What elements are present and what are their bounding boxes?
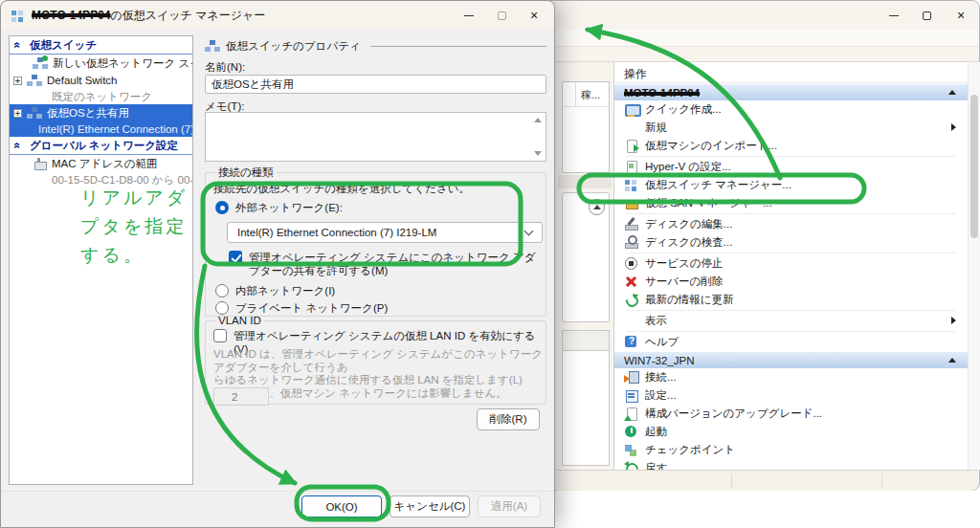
tree-item-new-switch[interactable]: 新しい仮想ネットワーク スイッチ <box>10 55 192 72</box>
action-label: 仮想スイッチ マネージャー... <box>645 178 791 192</box>
virtual-switch-manager-icon <box>11 9 25 23</box>
maximize-button[interactable] <box>912 5 941 26</box>
tree-item-label: 新しい仮想ネットワーク スイッチ <box>53 56 193 71</box>
edit-disk-icon <box>624 217 638 231</box>
action-label: 戻す <box>645 461 667 470</box>
tree-item-mac-range[interactable]: MAC アドレスの範囲 <box>10 155 192 172</box>
switch-tree: 仮想スイッチ 新しい仮想ネットワーク スイッチ Default Switch 既… <box>9 35 193 485</box>
details-pane-header <box>562 330 610 351</box>
internal-network-label: 内部ネットワーク(I) <box>235 284 335 298</box>
action-label: サーバーの削除 <box>645 275 723 289</box>
action-quick-create[interactable]: クイック作成... <box>614 100 968 119</box>
action-revert[interactable]: 戻す <box>614 459 968 470</box>
minimize-button[interactable] <box>455 5 483 26</box>
tree-item-default-switch[interactable]: Default Switch <box>10 72 192 89</box>
action-virtual-switch-manager[interactable]: 仮想スイッチ マネージャー... <box>614 176 968 194</box>
action-label: 新規 <box>645 121 667 135</box>
vm-name: WIN7-32_JPN <box>624 355 695 366</box>
action-view[interactable]: 表示 <box>614 312 968 330</box>
action-stop-service[interactable]: サービスの停止 <box>614 254 968 273</box>
double-chevron-icon <box>13 139 25 152</box>
internal-network-option[interactable]: 内部ネットワーク(I) <box>215 284 335 298</box>
host-section-header[interactable]: MOTO-14PP04 <box>614 84 968 100</box>
action-refresh[interactable]: 最新の情報に更新 <box>614 291 968 309</box>
help-icon <box>624 335 638 349</box>
action-help[interactable]: ヘルプ <box>614 333 968 351</box>
external-network-label: 外部ネットワーク(E): <box>235 201 343 215</box>
close-button[interactable]: × <box>947 5 975 26</box>
scroll-up-icon[interactable] <box>534 118 542 122</box>
radio-icon[interactable] <box>215 284 229 297</box>
checkbox-checked-icon[interactable] <box>229 251 242 264</box>
action-label: 表示 <box>645 314 667 328</box>
name-input[interactable] <box>205 75 546 94</box>
action-checkpoint[interactable]: チェックポイント <box>614 441 968 459</box>
dialog-title: MOTO-14PP04の仮想スイッチ マネージャー <box>32 8 265 24</box>
refresh-icon <box>624 293 638 307</box>
action-connect[interactable]: 接続... <box>614 368 968 386</box>
share-adapter-option[interactable]: 管理オペレーティング システムにこのネットワーク アダプターの共有を許可する(M… <box>229 251 537 277</box>
import-vm-icon <box>624 139 638 153</box>
action-import-vm[interactable]: 仮想マシンのインポート... <box>614 137 968 155</box>
expander-icon[interactable] <box>13 109 22 118</box>
memo-textarea[interactable] <box>205 112 546 162</box>
tree-item-label: Default Switch <box>47 75 118 86</box>
maximize-icon <box>923 11 931 20</box>
scrollbar-thumb[interactable] <box>970 95 978 238</box>
radio-selected-icon[interactable] <box>215 201 229 214</box>
action-edit-disk[interactable]: ディスクの編集... <box>614 215 968 233</box>
cancel-button[interactable]: キャンセル(C) <box>390 495 470 517</box>
action-new[interactable]: 新規 <box>614 119 968 137</box>
vlan-description-line: VLAN ID は、管理オペレーティング システムがこのネットワーク アダプター… <box>213 348 546 374</box>
tree-subitem-label: Intel(R) Ethernet Connection (7) I... <box>38 123 193 135</box>
vlan-id-group: VLAN ID 管理オペレーティング システムの仮想 LAN ID を有効にする… <box>205 315 546 405</box>
remove-button[interactable]: 削除(R) <box>477 408 540 430</box>
action-hyperv-settings[interactable]: Hyper-V の設定... <box>614 158 968 176</box>
dialog-footer: OK(O) キャンセル(C) 適用(A) <box>1 491 554 528</box>
action-remove-server[interactable]: サーバーの削除 <box>614 273 968 291</box>
name-label: 名前(N): <box>205 60 245 75</box>
vm-section-header[interactable]: WIN7-32_JPN <box>614 352 968 368</box>
tree-subitem-mac-range-value: 00-15-5D-C1-D8-00 から 00-15-5D... <box>10 172 192 187</box>
section-label: 仮想スイッチ <box>30 38 97 53</box>
chevron-up-icon <box>593 205 601 209</box>
action-inspect-disk[interactable]: ディスクの検査... <box>614 233 968 252</box>
switch-icon <box>27 106 42 121</box>
selected-switch-row[interactable]: 仮想OSと共有用 <box>10 104 192 121</box>
connection-hint: 接続先の仮想スイッチの種類を選択してください。 <box>213 182 470 196</box>
actions-pane: 操作 MOTO-14PP04 クイック作成... 新規 仮想マシンのインポート.… <box>613 62 968 470</box>
external-network-option[interactable]: 外部ネットワーク(E): <box>215 201 343 215</box>
collapse-section-icon <box>948 358 956 363</box>
adapter-value: Intel(R) Ethernet Connection (7) I219-LM <box>237 227 436 238</box>
collapse-pane-button[interactable] <box>589 199 605 215</box>
actions-scrollbar[interactable] <box>968 62 980 470</box>
tree-item-label: 仮想OSと共有用 <box>47 106 129 121</box>
action-start[interactable]: 起動 <box>614 423 968 441</box>
radio-icon[interactable] <box>215 301 229 315</box>
minimize-button[interactable] <box>880 5 908 26</box>
divider <box>626 253 956 253</box>
action-virtual-san-manager[interactable]: 仮想 SAN マネージャー... <box>614 194 968 212</box>
private-network-option[interactable]: プライベート ネットワーク(P) <box>215 301 388 316</box>
close-button[interactable]: × <box>520 5 548 26</box>
adapter-dropdown[interactable]: Intel(R) Ethernet Connection (7) I219-LM <box>227 222 543 243</box>
scroll-down-icon[interactable] <box>534 151 542 156</box>
tree-subitem-default-network: 既定のネットワーク <box>10 89 192 104</box>
expander-icon[interactable] <box>13 77 22 85</box>
dialog-titlebar: MOTO-14PP04の仮想スイッチ マネージャー × <box>1 1 554 30</box>
action-label: Hyper-V の設定... <box>645 160 731 174</box>
spacer-icon <box>624 314 638 328</box>
tree-item-selected-switch[interactable]: 仮想OSと共有用 Intel(R) Ethernet Connection (7… <box>10 104 192 137</box>
ok-button[interactable]: OK(O) <box>301 495 382 517</box>
maximize-icon <box>498 11 506 20</box>
checkbox-icon[interactable] <box>213 329 227 342</box>
submenu-arrow-icon <box>951 317 956 324</box>
tree-subitem-label: 既定のネットワーク <box>52 90 152 104</box>
action-label: 設定... <box>645 388 677 403</box>
column-running[interactable]: 稼... <box>575 82 609 106</box>
tree-section-global-settings: グローバル ネットワーク設定 <box>10 137 192 155</box>
action-upgrade-config[interactable]: 構成バージョンのアップグレード... <box>614 405 968 423</box>
action-settings[interactable]: 設定... <box>614 386 968 405</box>
settings-icon <box>624 388 638 403</box>
action-label: ヘルプ <box>645 335 679 349</box>
